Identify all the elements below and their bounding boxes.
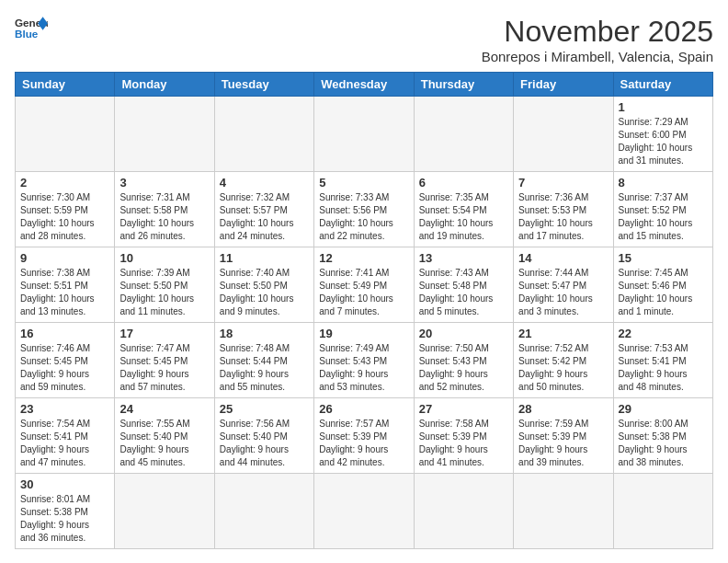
day-number: 15 (619, 251, 708, 265)
day-info: Sunrise: 7:54 AM Sunset: 5:41 PM Dayligh… (20, 418, 109, 469)
logo-icon: General Blue (15, 15, 48, 40)
location: Bonrepos i Mirambell, Valencia, Spain (482, 49, 713, 64)
day-number: 22 (619, 327, 708, 340)
day-info: Sunrise: 7:59 AM Sunset: 5:39 PM Dayligh… (518, 418, 608, 469)
calendar-cell: 8Sunrise: 7:37 AM Sunset: 5:52 PM Daylig… (613, 172, 712, 247)
day-info: Sunrise: 7:47 AM Sunset: 5:45 PM Dayligh… (119, 342, 209, 394)
calendar-cell: 20Sunrise: 7:50 AM Sunset: 5:43 PM Dayli… (414, 323, 513, 398)
header-sunday: Sunday (16, 73, 115, 97)
day-number: 17 (119, 327, 209, 340)
weekday-header-row: Sunday Monday Tuesday Wednesday Thursday… (16, 73, 713, 97)
day-number: 11 (220, 251, 309, 265)
calendar-cell (414, 97, 513, 172)
day-number: 7 (518, 176, 608, 190)
calendar-cell (314, 97, 414, 172)
calendar-row: 30Sunrise: 8:01 AM Sunset: 5:38 PM Dayli… (16, 474, 713, 549)
day-info: Sunrise: 7:41 AM Sunset: 5:49 PM Dayligh… (319, 267, 408, 318)
calendar-cell: 26Sunrise: 7:57 AM Sunset: 5:39 PM Dayli… (314, 398, 414, 474)
day-info: Sunrise: 7:56 AM Sunset: 5:40 PM Dayligh… (220, 418, 309, 469)
day-number: 21 (518, 327, 608, 340)
calendar-cell (115, 97, 214, 172)
day-info: Sunrise: 7:49 AM Sunset: 5:43 PM Dayligh… (319, 342, 408, 394)
calendar-cell (214, 97, 313, 172)
day-info: Sunrise: 7:31 AM Sunset: 5:58 PM Dayligh… (119, 191, 209, 243)
day-info: Sunrise: 7:37 AM Sunset: 5:52 PM Dayligh… (619, 191, 708, 243)
day-number: 6 (419, 176, 508, 190)
day-number: 4 (220, 176, 309, 190)
calendar-cell (115, 474, 214, 549)
calendar-cell: 16Sunrise: 7:46 AM Sunset: 5:45 PM Dayli… (16, 323, 115, 398)
day-info: Sunrise: 7:29 AM Sunset: 6:00 PM Dayligh… (619, 116, 708, 167)
day-number: 10 (119, 251, 209, 265)
calendar-cell: 14Sunrise: 7:44 AM Sunset: 5:47 PM Dayli… (514, 247, 613, 323)
day-info: Sunrise: 7:52 AM Sunset: 5:42 PM Dayligh… (518, 342, 608, 394)
svg-text:Blue: Blue (15, 28, 39, 40)
day-number: 28 (518, 402, 608, 416)
header-saturday: Saturday (613, 73, 712, 97)
day-info: Sunrise: 7:38 AM Sunset: 5:51 PM Dayligh… (20, 267, 109, 318)
calendar-cell: 15Sunrise: 7:45 AM Sunset: 5:46 PM Dayli… (613, 247, 712, 323)
calendar-cell: 5Sunrise: 7:33 AM Sunset: 5:56 PM Daylig… (314, 172, 414, 247)
day-info: Sunrise: 8:01 AM Sunset: 5:38 PM Dayligh… (20, 493, 109, 545)
calendar-cell (414, 474, 513, 549)
calendar-cell: 11Sunrise: 7:40 AM Sunset: 5:50 PM Dayli… (214, 247, 313, 323)
day-number: 12 (319, 251, 408, 265)
calendar-cell: 19Sunrise: 7:49 AM Sunset: 5:43 PM Dayli… (314, 323, 414, 398)
logo: General Blue (15, 15, 48, 40)
day-number: 26 (319, 402, 408, 416)
day-number: 27 (419, 402, 508, 416)
day-info: Sunrise: 8:00 AM Sunset: 5:38 PM Dayligh… (619, 418, 708, 469)
calendar-cell (514, 97, 613, 172)
day-info: Sunrise: 7:55 AM Sunset: 5:40 PM Dayligh… (119, 418, 209, 469)
day-number: 2 (20, 176, 109, 190)
calendar-cell: 22Sunrise: 7:53 AM Sunset: 5:41 PM Dayli… (613, 323, 712, 398)
calendar-cell: 10Sunrise: 7:39 AM Sunset: 5:50 PM Dayli… (115, 247, 214, 323)
day-info: Sunrise: 7:48 AM Sunset: 5:44 PM Dayligh… (220, 342, 309, 394)
day-number: 19 (319, 327, 408, 340)
calendar-table: Sunday Monday Tuesday Wednesday Thursday… (15, 72, 713, 549)
day-number: 24 (119, 402, 209, 416)
calendar-cell: 7Sunrise: 7:36 AM Sunset: 5:53 PM Daylig… (514, 172, 613, 247)
day-info: Sunrise: 7:57 AM Sunset: 5:39 PM Dayligh… (319, 418, 408, 469)
day-info: Sunrise: 7:35 AM Sunset: 5:54 PM Dayligh… (419, 191, 508, 243)
day-number: 29 (619, 402, 708, 416)
day-number: 14 (518, 251, 608, 265)
header-monday: Monday (115, 73, 214, 97)
calendar-cell: 21Sunrise: 7:52 AM Sunset: 5:42 PM Dayli… (514, 323, 613, 398)
header-tuesday: Tuesday (214, 73, 313, 97)
day-number: 23 (20, 402, 109, 416)
calendar-cell: 13Sunrise: 7:43 AM Sunset: 5:48 PM Dayli… (414, 247, 513, 323)
day-info: Sunrise: 7:45 AM Sunset: 5:46 PM Dayligh… (619, 267, 708, 318)
calendar-row: 9Sunrise: 7:38 AM Sunset: 5:51 PM Daylig… (16, 247, 713, 323)
calendar-cell (16, 97, 115, 172)
day-number: 1 (619, 100, 708, 114)
header-thursday: Thursday (414, 73, 513, 97)
day-info: Sunrise: 7:40 AM Sunset: 5:50 PM Dayligh… (220, 267, 309, 318)
calendar-cell: 3Sunrise: 7:31 AM Sunset: 5:58 PM Daylig… (115, 172, 214, 247)
day-info: Sunrise: 7:39 AM Sunset: 5:50 PM Dayligh… (119, 267, 209, 318)
calendar-cell: 30Sunrise: 8:01 AM Sunset: 5:38 PM Dayli… (16, 474, 115, 549)
day-number: 3 (119, 176, 209, 190)
day-info: Sunrise: 7:50 AM Sunset: 5:43 PM Dayligh… (419, 342, 508, 394)
month-title: November 2025 (482, 15, 713, 49)
calendar-cell: 29Sunrise: 8:00 AM Sunset: 5:38 PM Dayli… (613, 398, 712, 474)
day-number: 5 (319, 176, 408, 190)
calendar-cell: 17Sunrise: 7:47 AM Sunset: 5:45 PM Dayli… (115, 323, 214, 398)
calendar-cell: 12Sunrise: 7:41 AM Sunset: 5:49 PM Dayli… (314, 247, 414, 323)
day-number: 16 (20, 327, 109, 340)
calendar-cell: 9Sunrise: 7:38 AM Sunset: 5:51 PM Daylig… (16, 247, 115, 323)
day-info: Sunrise: 7:53 AM Sunset: 5:41 PM Dayligh… (619, 342, 708, 394)
calendar-cell: 18Sunrise: 7:48 AM Sunset: 5:44 PM Dayli… (214, 323, 313, 398)
day-info: Sunrise: 7:43 AM Sunset: 5:48 PM Dayligh… (419, 267, 508, 318)
calendar-cell (613, 474, 712, 549)
calendar-row: 1Sunrise: 7:29 AM Sunset: 6:00 PM Daylig… (16, 97, 713, 172)
calendar-cell (314, 474, 414, 549)
header-wednesday: Wednesday (314, 73, 414, 97)
day-info: Sunrise: 7:36 AM Sunset: 5:53 PM Dayligh… (518, 191, 608, 243)
day-info: Sunrise: 7:46 AM Sunset: 5:45 PM Dayligh… (20, 342, 109, 394)
day-info: Sunrise: 7:44 AM Sunset: 5:47 PM Dayligh… (518, 267, 608, 318)
day-number: 8 (619, 176, 708, 190)
calendar-row: 16Sunrise: 7:46 AM Sunset: 5:45 PM Dayli… (16, 323, 713, 398)
day-info: Sunrise: 7:30 AM Sunset: 5:59 PM Dayligh… (20, 191, 109, 243)
calendar-cell: 2Sunrise: 7:30 AM Sunset: 5:59 PM Daylig… (16, 172, 115, 247)
